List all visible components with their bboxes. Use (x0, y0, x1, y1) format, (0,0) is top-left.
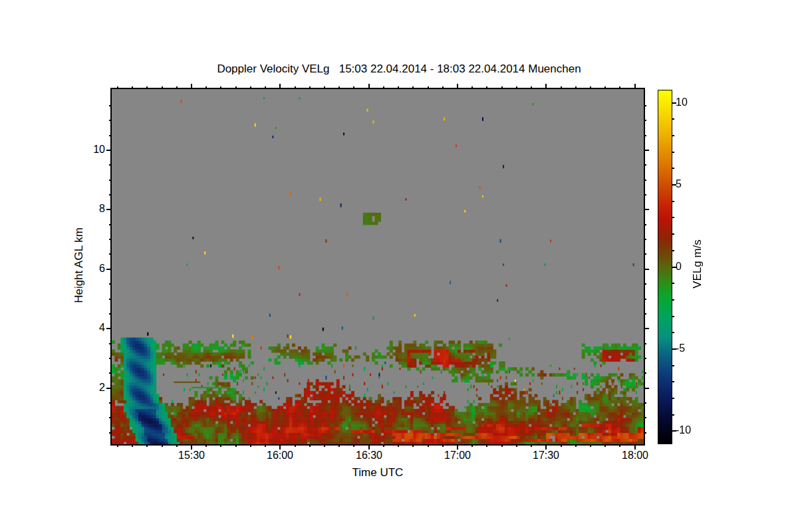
x-axis-minor-tick (146, 444, 148, 447)
x-axis-major-tick (191, 444, 192, 450)
x-axis-minor-tick (428, 444, 429, 447)
y-axis-minor-tick (109, 313, 112, 315)
x-axis-title: Time UTC (112, 466, 644, 479)
x-axis-minor-tick (398, 86, 399, 89)
x-axis-major-tick (457, 84, 458, 89)
x-axis-major-tick (279, 444, 281, 450)
x-axis-minor-tick (471, 86, 473, 89)
x-axis-minor-tick (338, 444, 340, 447)
colorbar-minor-tick (672, 332, 674, 333)
x-tick-label: 15:30 (178, 450, 205, 462)
y-axis-major-tick (106, 269, 112, 270)
x-axis-minor-tick (338, 86, 340, 89)
x-axis-minor-tick (442, 444, 444, 447)
x-tick-label: 16:30 (356, 450, 382, 462)
x-axis-minor-tick (309, 444, 311, 447)
x-axis-minor-tick (428, 86, 429, 89)
y-tick-label: 10 (69, 144, 105, 156)
y-axis-minor-tick (109, 417, 112, 418)
chart-title: Doppler Velocity VELg 15:03 22.04.2014 -… (0, 63, 798, 76)
y-axis-major-tick (106, 328, 112, 329)
x-axis-major-tick (191, 84, 192, 89)
colorbar-minor-tick (672, 414, 674, 416)
y-axis-minor-tick (644, 239, 646, 240)
y-axis-minor-tick (109, 283, 112, 285)
y-axis-major-tick (644, 388, 649, 389)
x-axis-minor-tick (516, 86, 517, 89)
x-axis-minor-tick (590, 86, 591, 89)
x-axis-minor-tick (486, 444, 487, 447)
x-axis-minor-tick (295, 86, 296, 89)
y-axis-minor-tick (644, 120, 646, 121)
y-axis-minor-tick (109, 343, 112, 344)
colorbar-minor-tick (672, 118, 674, 120)
x-tick-label: 16:00 (267, 450, 293, 462)
x-axis-minor-tick (162, 86, 163, 89)
y-tick-label: 8 (69, 203, 105, 215)
x-axis-minor-tick (531, 444, 532, 447)
x-axis-minor-tick (265, 86, 266, 89)
colorbar-canvas (658, 90, 672, 444)
x-axis-minor-tick (117, 444, 118, 447)
y-axis-minor-tick (644, 372, 646, 374)
x-axis-minor-tick (604, 444, 606, 447)
y-axis-minor-tick (109, 239, 112, 240)
y-axis-minor-tick (644, 313, 646, 315)
x-axis-minor-tick (561, 444, 562, 447)
x-tick-label: 17:30 (533, 450, 559, 462)
x-axis-minor-tick (250, 86, 251, 89)
y-axis-major-tick (644, 269, 649, 270)
x-axis-major-tick (279, 84, 281, 89)
y-axis-title: Height AGL km (72, 227, 86, 303)
x-axis-minor-tick (235, 86, 237, 89)
y-axis-minor-tick (109, 135, 112, 136)
x-axis-minor-tick (353, 86, 354, 89)
x-axis-major-tick (545, 444, 547, 450)
colorbar-minor-tick (672, 365, 674, 366)
colorbar-minor-tick (672, 217, 674, 218)
y-axis-major-tick (644, 328, 649, 329)
x-axis-minor-tick (412, 444, 414, 447)
x-axis-minor-tick (471, 444, 473, 447)
colorbar-minor-tick (672, 168, 674, 169)
x-axis-minor-tick (575, 86, 577, 89)
colorbar-minor-tick (672, 152, 674, 153)
y-axis-major-tick (644, 150, 649, 151)
x-axis-minor-tick (205, 86, 207, 89)
colorbar-minor-tick (672, 398, 674, 399)
colorbar-title: VELg m/s (691, 239, 704, 289)
x-axis-major-tick (634, 444, 636, 450)
y-axis-minor-tick (644, 105, 646, 106)
x-axis-minor-tick (604, 86, 606, 89)
x-axis-minor-tick (132, 86, 133, 89)
x-axis-minor-tick (486, 86, 487, 89)
x-axis-minor-tick (176, 86, 178, 89)
colorbar-minor-tick (672, 250, 674, 251)
x-axis-major-tick (545, 84, 547, 89)
y-axis-major-tick (644, 209, 649, 210)
x-axis-minor-tick (501, 444, 503, 447)
x-axis-minor-tick (619, 444, 620, 447)
y-axis-minor-tick (644, 402, 646, 404)
colorbar-tick-label: -10 (676, 424, 691, 436)
y-axis-minor-tick (644, 299, 646, 300)
x-axis-minor-tick (398, 444, 399, 447)
x-axis-minor-tick (324, 444, 325, 447)
x-axis-minor-tick (324, 86, 325, 89)
y-axis-major-tick (106, 209, 112, 210)
x-axis-minor-tick (561, 86, 562, 89)
x-axis-minor-tick (176, 444, 178, 447)
x-axis-minor-tick (575, 444, 577, 447)
y-tick-label: 2 (69, 382, 105, 394)
y-tick-label: 4 (69, 322, 105, 334)
x-axis-minor-tick (516, 444, 517, 447)
y-axis-minor-tick (109, 253, 112, 255)
colorbar-tick-label: -5 (676, 342, 685, 354)
colorbar-minor-tick (672, 135, 674, 136)
x-axis-major-tick (634, 84, 636, 89)
y-axis-minor-tick (644, 343, 646, 344)
x-axis-minor-tick (442, 86, 444, 89)
colorbar-minor-tick (672, 381, 674, 382)
y-axis-minor-tick (644, 180, 646, 181)
x-axis-major-tick (368, 84, 370, 89)
